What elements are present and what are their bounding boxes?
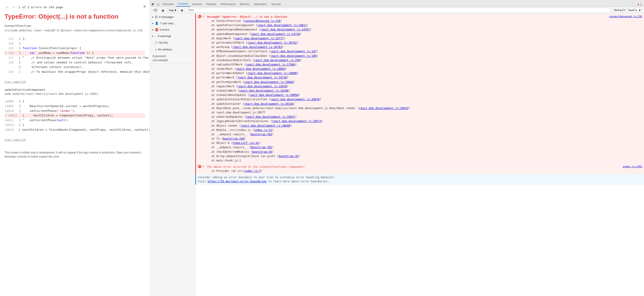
code-line: 14814 | nextChildren = finishHooks(Compo… [4,128,145,132]
react-dom-link-7[interactable]: react-dom.development.js:147 [270,50,316,53]
react-dom-link-13[interactable]: react-dom.development.js:19710 [238,76,287,79]
block-button[interactable]: ◕ [160,8,165,13]
devtools-inspect-button[interactable]: ◤ [151,2,156,7]
console-error-text-2: The above error occurred in the <Connect… [207,165,642,173]
code-line: 14812 | ^ setCurrentPhase(null); [4,118,145,123]
react-dom-link-1[interactable]: react-dom.development.js:14811 [257,24,306,27]
code-line: 113 | }; [4,37,145,41]
react-dom-link-17[interactable]: react-dom.development.js:20050 [249,93,298,97]
error-title: TypeError: Object(...) is not a function [4,13,145,21]
index-js-link-2[interactable]: index.js:1452 [623,165,642,169]
sidebar-item-info[interactable]: ⓘ No info [150,39,195,46]
sidebar-item-messages[interactable]: ▶ ☰ 9 messages [150,14,195,20]
index-js-link[interactable]: index.js:11 [254,128,272,132]
console-info-text: Consider adding an error boundary to you… [198,175,642,183]
close-button[interactable]: × [143,4,146,10]
nav-arrows: ← → [4,5,16,10]
react-dom-link-3[interactable]: react-dom.development.js:14726 [251,33,300,36]
react-dom-link-21[interactable]: react-dom.development.js:19927 [246,115,295,118]
devtools-device-button[interactable]: ◻ [156,2,160,7]
react-dom-link-2[interactable]: react-dom.development.js:14767 [261,28,310,31]
expand-icon [152,42,154,44]
sidebar-item-warnings[interactable]: ▶ ⚠ 6 warnings [150,33,195,39]
tab-sources[interactable]: Sources [190,2,204,7]
context-dropdown-icon: ▼ [174,9,176,12]
react-dom-link-16[interactable]: react-dom.development.js:19346 [239,89,288,92]
react-dom-link-19[interactable]: react-dom.development.js:20144 [244,102,294,106]
code-line: 115 | function ConnectFunction(props) { [4,46,145,51]
react-dom-link-5[interactable]: react-dom.development.js:18742 [248,41,297,44]
eye-button[interactable]: ◉ [180,8,184,13]
error-source-function: ConnectFunction [4,24,145,28]
bootstrap-link-5[interactable]: bootstrap:32 [279,155,298,158]
tab-application[interactable]: Application [252,2,269,7]
react-dom-link-6[interactable]: react-dom.development.js:18783 [233,46,282,49]
bootstrap-link-2[interactable]: bootstrap:150 [223,137,244,140]
sidebar-item-errors[interactable]: ▶ ⛔ 3 errors [150,27,195,33]
expand-icon [152,48,154,51]
expand-icon: ▶ [152,22,154,25]
code-block-2: 14808 | { 14809 | ReactCurrentOwner$3.cu… [4,99,145,132]
nav-forward-button[interactable]: → [11,5,16,10]
view-compiled-1[interactable]: View compiled [4,80,145,83]
nav-back-button[interactable]: ← [4,5,10,10]
tab-network[interactable]: Network [204,2,218,7]
tab-memory[interactable]: Memory [238,2,252,7]
console-error-text: Uncaught TypeError: Object(...) is not a… [207,15,642,163]
console-sidebar: ▶ ☰ 9 messages ▶ 👤 7 user mes... ▶ ⛔ 3 e… [150,14,195,296]
todolist-link[interactable]: todoListT.jsx:41 [233,141,259,145]
expression-value: not available [152,59,192,62]
code-line: 114 | [4,41,145,46]
dev-note: This screen is visible only in developme… [4,150,145,159]
react-dom-link-11[interactable]: react-dom.development.js:18895 [236,67,285,71]
warning-icon: ⚠ [155,34,157,38]
react-dom-link-20[interactable]: react-dom.development.js:20423 [359,107,408,110]
levels-dropdown-icon: ▼ [639,9,640,12]
error-source-link[interactable]: connectAdvanced.js:116 [609,15,642,19]
context-select[interactable]: top ▼ [167,8,178,13]
bootstrap-link-1[interactable]: bootstrap:782 [251,133,272,136]
react-dom-link-9[interactable]: react-dom.development.js:250 [254,59,300,62]
react-dom-link-23[interactable]: react-dom.development.js:20640 [241,124,290,127]
expand-triangle[interactable]: ► [203,15,206,18]
frame2-title: updateFunctionComponent [4,88,145,91]
tab-elements[interactable]: Elements [160,2,176,7]
levels-select[interactable]: Default levels ▼ [613,8,642,13]
react-dom-link-15[interactable]: react-dom.development.js:19539 [238,85,287,88]
messages-icon: ☰ [155,15,158,19]
expand-triangle-2[interactable]: ► [203,165,206,168]
sidebar-messages-label: 9 messages [159,16,174,19]
expand-icon: ▶ [152,35,154,37]
connect-advanced-link[interactable]: connectAdvanced.js:116 [244,19,280,23]
error-badge-button[interactable]: ● 1 [636,2,643,7]
react-dom-link-8[interactable]: react-dom.development.js:196 [270,54,316,58]
expression-title: Expression [152,55,192,58]
react-dom-link-22[interactable]: react-dom.development.js:20573 [272,120,321,123]
frame2-file: node_modules/react-dom/cjs/react-dom.dev… [4,92,145,96]
sidebar-item-user[interactable]: ▶ 👤 7 user mes... [150,20,195,27]
consider-message: Consider adding an error boundary to you… [198,176,336,179]
tab-performance[interactable]: Performance [218,2,238,7]
sidebar-warnings-label: 6 warnings [158,35,171,38]
filter-input[interactable] [186,8,611,13]
bootstrap-link-3[interactable]: bootstrap:782 [251,146,272,149]
src-index-link[interactable]: index.js:7 [244,169,261,173]
code-line: 14810 | setCurrentPhase('render'); [4,109,145,113]
react-dom-link-12[interactable]: react-dom.development.js:19800 [248,72,297,75]
tab-security[interactable]: Security [269,2,283,7]
bootstrap-link-4[interactable]: bootstrap:45 [252,150,272,153]
sidebar-item-verbose[interactable]: ⚙ No verbose [150,46,195,53]
code-line: 14813 | } [4,123,145,128]
clear-console-button[interactable]: ⌫ [152,8,158,13]
error-main-message: Uncaught TypeError: Object(...) is not a… [207,15,287,19]
code-line: 14809 | ReactCurrentOwner$3.current = wo… [4,104,145,109]
view-compiled-2[interactable]: View compiled [4,138,145,141]
code-line: 118 | // and values needed to control be… [4,60,145,65]
tab-console[interactable]: Console [176,1,190,7]
error-circle-icon: ⛔ [198,15,202,18]
react-dom-link-10[interactable]: react-dom.development.js:17984 [246,63,295,66]
react-dom-link-4[interactable]: react-dom.development.js:15777 [234,37,284,40]
fb-link[interactable]: https://fb.me/react-error-boundaries [208,180,266,183]
react-dom-link-14[interactable]: react-dom.development.js:19684 [244,81,294,84]
react-dom-link-18[interactable]: react-dom.development.js:20076 [270,98,320,101]
